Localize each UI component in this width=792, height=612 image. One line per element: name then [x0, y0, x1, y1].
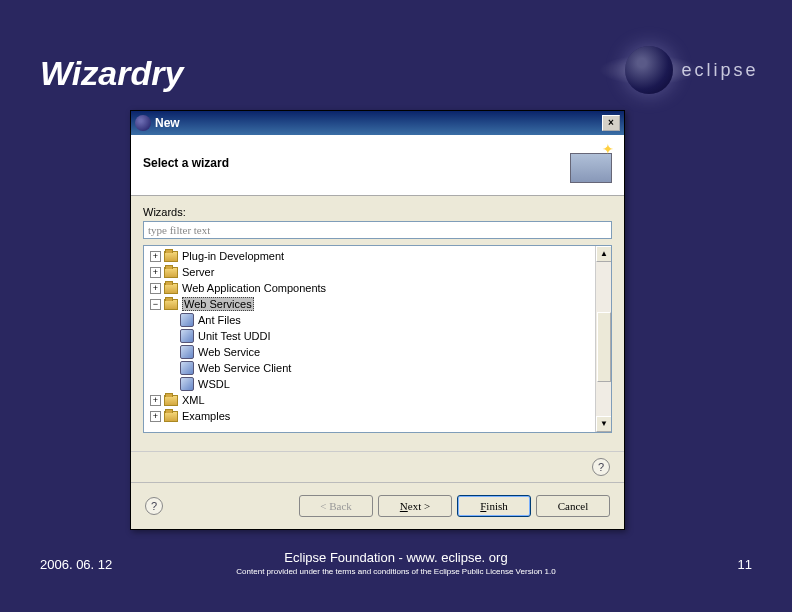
folder-icon: [164, 251, 178, 262]
footer-page-number: 11: [738, 557, 752, 572]
cancel-button[interactable]: Cancel: [536, 495, 610, 517]
folder-icon: [164, 283, 178, 294]
footer-sub: Content provided under the terms and con…: [236, 567, 555, 576]
tree-item-wsdl[interactable]: WSDL: [144, 376, 611, 392]
close-button[interactable]: ×: [602, 115, 620, 131]
tree-item-server[interactable]: + Server: [144, 264, 611, 280]
tree-item-web-services[interactable]: − Web Services: [144, 296, 611, 312]
slide-title: Wizardry: [40, 54, 183, 93]
wizard-leaf-icon: [180, 313, 194, 327]
collapse-icon[interactable]: −: [150, 299, 161, 310]
tree-item-examples[interactable]: + Examples: [144, 408, 611, 424]
banner-title: Select a wizard: [143, 156, 562, 170]
expand-icon[interactable]: +: [150, 267, 161, 278]
folder-icon: [164, 267, 178, 278]
tree-scrollbar[interactable]: ▲ ▼: [595, 246, 611, 432]
wizards-label: Wizards:: [143, 206, 612, 218]
folder-icon: [164, 299, 178, 310]
tree-item-web-service-client[interactable]: Web Service Client: [144, 360, 611, 376]
wizard-banner: Select a wizard ✦: [131, 135, 624, 196]
next-button[interactable]: Next >: [378, 495, 452, 517]
scroll-thumb[interactable]: [597, 312, 611, 382]
folder-icon: [164, 411, 178, 422]
expand-icon[interactable]: +: [150, 395, 161, 406]
window-title: New: [155, 116, 602, 130]
filter-input[interactable]: [143, 221, 612, 239]
expand-icon[interactable]: +: [150, 283, 161, 294]
wizard-leaf-icon: [180, 377, 194, 391]
finish-button[interactable]: Finish: [457, 495, 531, 517]
titlebar[interactable]: New ×: [131, 111, 624, 135]
tree-item-ant-files[interactable]: Ant Files: [144, 312, 611, 328]
tree-item-web-app[interactable]: + Web Application Components: [144, 280, 611, 296]
scroll-down-button[interactable]: ▼: [596, 416, 612, 432]
footer-main: Eclipse Foundation - www. eclipse. org: [236, 550, 555, 565]
folder-icon: [164, 395, 178, 406]
help-icon[interactable]: ?: [592, 458, 610, 476]
back-button: < Back: [299, 495, 373, 517]
new-wizard-dialog: New × Select a wizard ✦ Wizards: + Plug-…: [130, 110, 625, 530]
tree-item-web-service[interactable]: Web Service: [144, 344, 611, 360]
tree-item-unit-test[interactable]: Unit Test UDDI: [144, 328, 611, 344]
expand-icon[interactable]: +: [150, 251, 161, 262]
tree-item-plugin-dev[interactable]: + Plug-in Development: [144, 248, 611, 264]
wizard-banner-icon: ✦: [562, 143, 612, 183]
wizard-leaf-icon: [180, 329, 194, 343]
footer-center: Eclipse Foundation - www. eclipse. org C…: [236, 550, 555, 576]
scroll-up-button[interactable]: ▲: [596, 246, 612, 262]
wizard-leaf-icon: [180, 361, 194, 375]
expand-icon[interactable]: +: [150, 411, 161, 422]
wizard-tree: + Plug-in Development + Server + Web App…: [143, 245, 612, 433]
eclipse-logo: eclipse: [612, 40, 772, 100]
tree-item-xml[interactable]: + XML: [144, 392, 611, 408]
wizard-leaf-icon: [180, 345, 194, 359]
help-button[interactable]: ?: [145, 497, 163, 515]
eclipse-app-icon: [135, 115, 151, 131]
footer-date: 2006. 06. 12: [40, 557, 112, 572]
